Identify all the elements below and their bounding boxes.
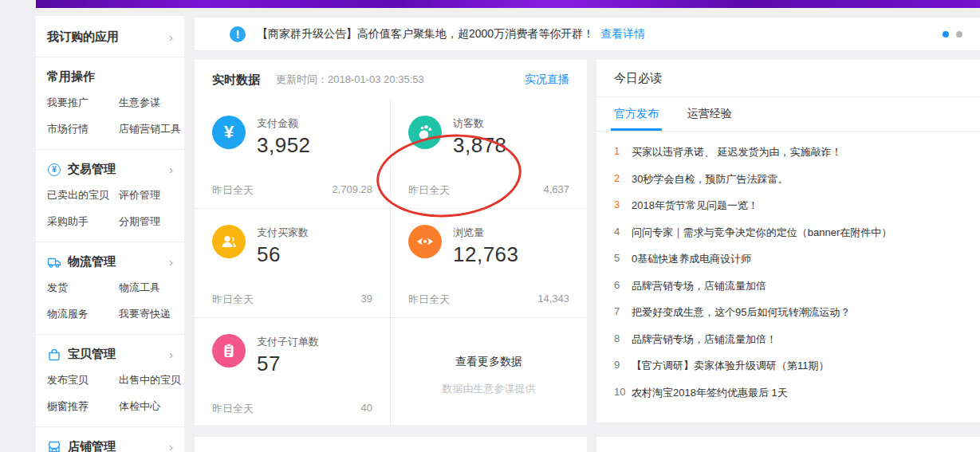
tab-official-release[interactable]: 官方发布 bbox=[614, 97, 659, 131]
sidebar-link-logistics-tools[interactable]: 物流工具 bbox=[119, 281, 173, 295]
list-item[interactable]: 50基础快速养成电商设计师 bbox=[614, 252, 962, 266]
sidebar-link-logistics-services[interactable]: 物流服务 bbox=[47, 307, 119, 321]
yesterday-label: 昨日全天 bbox=[408, 183, 450, 198]
list-item[interactable]: 10农村淘宝2018年签约优惠最后 1天 bbox=[614, 386, 962, 400]
sidebar-link-promote[interactable]: 我要推广 bbox=[47, 96, 119, 110]
chevron-right-icon: › bbox=[169, 31, 173, 43]
must-read-title: 今日必读 bbox=[596, 60, 980, 97]
more-data-cell: 查看更多数据 数据由生意参谋提供 bbox=[391, 318, 587, 426]
yesterday-label: 昨日全天 bbox=[212, 183, 254, 198]
order-icon bbox=[212, 334, 246, 367]
stat-card-payment-amount[interactable]: ¥ 支付金额 3,952 昨日全天 2,709.28 bbox=[195, 100, 391, 208]
shop-icon bbox=[47, 440, 61, 452]
sidebar-link-purchase-helper[interactable]: 采购助手 bbox=[47, 214, 119, 229]
tab-operating-experience[interactable]: 运营经验 bbox=[687, 97, 732, 131]
stat-card-visitors[interactable]: 访客数 3,878 昨日全天 4,637 bbox=[391, 100, 587, 208]
ordered-apps-label: 我订购的应用 bbox=[47, 29, 119, 45]
section-title: 交易管理 bbox=[68, 162, 169, 177]
stat-value: 3,952 bbox=[257, 133, 311, 158]
update-time: 更新时间：2018-01-03 20:35:53 bbox=[276, 73, 424, 87]
carousel-dot-inactive[interactable] bbox=[956, 31, 962, 37]
data-source-note: 数据由生意参谋提供 bbox=[443, 382, 536, 396]
list-item[interactable]: 4问问专家｜需求与竞争决定你的定位（banner在附件中） bbox=[614, 226, 962, 240]
list-item[interactable]: 32018年货节常见问题一览！ bbox=[614, 198, 962, 213]
sidebar-section-trade: ¥ 交易管理 › 已卖出的宝贝 评价管理 采购助手 分期管理 bbox=[36, 150, 184, 242]
section-title: 宝贝管理 bbox=[68, 347, 169, 362]
carousel-dot-active[interactable] bbox=[943, 31, 949, 37]
sidebar-link-sold-items[interactable]: 已卖出的宝贝 bbox=[47, 188, 119, 202]
sidebar-item-logistics[interactable]: 物流管理 › bbox=[47, 254, 173, 269]
bag-icon bbox=[47, 348, 61, 362]
yesterday-label: 昨日全天 bbox=[408, 293, 450, 307]
sidebar-section-common-ops: 常用操作 我要推广 生意参谋 市场行情 店铺营销工具 bbox=[36, 57, 184, 150]
stat-card-pageviews[interactable]: 浏览量 12,763 昨日全天 14,343 bbox=[391, 209, 587, 317]
stat-label: 支付金额 bbox=[257, 116, 311, 131]
carousel-dots bbox=[943, 31, 966, 37]
stat-value: 57 bbox=[257, 352, 319, 376]
sidebar-section-logistics: 物流管理 › 发货 物流工具 物流服务 我要寄快递 bbox=[36, 242, 184, 335]
sidebar-link-sycm[interactable]: 生意参谋 bbox=[119, 96, 181, 110]
bottom-right-panel bbox=[596, 437, 980, 452]
chevron-right-icon: › bbox=[169, 348, 173, 360]
yuan-circle-icon: ¥ bbox=[47, 163, 61, 177]
sidebar-link-market[interactable]: 市场行情 bbox=[47, 122, 119, 136]
chevron-right-icon: › bbox=[169, 163, 173, 175]
sidebar-link-health-center[interactable]: 体检中心 bbox=[119, 399, 181, 414]
list-item[interactable]: 9【官方调研】卖家体验升级调研（第11期） bbox=[614, 359, 962, 373]
announcement-details-link[interactable]: 查看详情 bbox=[600, 27, 645, 41]
sidebar-item-ordered-apps[interactable]: 我订购的应用 › bbox=[36, 16, 184, 57]
sidebar-link-marketing-tools[interactable]: 店铺营销工具 bbox=[119, 122, 181, 136]
top-banner-strip bbox=[36, 0, 980, 8]
sidebar-item-trade[interactable]: ¥ 交易管理 › bbox=[47, 162, 173, 177]
yesterday-label: 昨日全天 bbox=[212, 402, 254, 416]
stat-card-paying-buyers[interactable]: 支付买家数 56 昨日全天 39 bbox=[195, 209, 391, 317]
list-item[interactable]: 8品牌营销专场，店铺流量加倍！ bbox=[614, 332, 962, 347]
list-item[interactable]: 230秒学会自检，预防广告法踩雷。 bbox=[614, 172, 962, 187]
realtime-title: 实时数据 bbox=[212, 73, 260, 88]
info-icon: ! bbox=[230, 26, 246, 42]
stats-grid: ¥ 支付金额 3,952 昨日全天 2,709.28 bbox=[195, 100, 587, 426]
sidebar-link-reviews[interactable]: 评价管理 bbox=[119, 188, 173, 202]
sidebar-link-send-express[interactable]: 我要寄快递 bbox=[119, 307, 173, 321]
sidebar-link-window-recommend[interactable]: 橱窗推荐 bbox=[47, 399, 119, 414]
stat-card-sub-orders[interactable]: 支付子订单数 57 昨日全天 40 bbox=[195, 318, 391, 426]
yesterday-value: 4,637 bbox=[543, 183, 569, 198]
section-title: 常用操作 bbox=[47, 69, 173, 85]
stat-label: 浏览量 bbox=[453, 226, 519, 240]
sidebar-link-publish-item[interactable]: 发布宝贝 bbox=[47, 373, 119, 387]
sidebar-section-shop: 店铺管理 › 查看淘宝店铺 店铺装修 图片空间 手机淘宝店铺 bbox=[36, 427, 184, 452]
must-read-panel: 今日必读 官方发布 运营经验 1买家以违背承诺、 延迟发货为由，实施敲诈！ 23… bbox=[596, 60, 980, 423]
view-more-data-link[interactable]: 查看更多数据 bbox=[455, 355, 522, 369]
announcement-text: 【商家群升级公告】高价值客户聚集地，超2000万消费者等你开群！ bbox=[257, 27, 594, 41]
sidebar-link-ship[interactable]: 发货 bbox=[47, 281, 119, 295]
stat-label: 访客数 bbox=[453, 116, 507, 131]
stat-value: 12,763 bbox=[453, 242, 519, 267]
yesterday-value: 2,709.28 bbox=[332, 183, 372, 198]
stat-label: 支付买家数 bbox=[257, 226, 309, 240]
list-item[interactable]: 6品牌营销专场，店铺流量加倍 bbox=[614, 279, 962, 293]
list-item[interactable]: 1买家以违背承诺、 延迟发货为由，实施敲诈！ bbox=[614, 145, 962, 159]
chevron-right-icon: › bbox=[169, 441, 173, 452]
chevron-right-icon: › bbox=[169, 256, 173, 268]
stat-value: 3,878 bbox=[453, 133, 507, 158]
stat-label: 支付子订单数 bbox=[257, 335, 319, 349]
list-item[interactable]: 7把爱好变成生意，这个95后如何玩转潮流运动？ bbox=[614, 305, 962, 320]
live-broadcast-link[interactable]: 实况直播 bbox=[525, 73, 569, 87]
realtime-data-panel: 实时数据 更新时间：2018-01-03 20:35:53 实况直播 ¥ 支付金… bbox=[195, 60, 587, 425]
buyers-icon bbox=[212, 225, 246, 258]
stat-value: 56 bbox=[257, 242, 309, 267]
yesterday-value: 39 bbox=[361, 293, 372, 307]
announcement-bar: ! 【商家群升级公告】高价值客户聚集地，超2000万消费者等你开群！ 查看详情 bbox=[195, 18, 980, 50]
sidebar: 我订购的应用 › 常用操作 我要推广 生意参谋 市场行情 店铺营销工具 ¥ 交易… bbox=[36, 16, 184, 452]
truck-icon bbox=[47, 255, 61, 269]
sidebar-item-shop[interactable]: 店铺管理 › bbox=[47, 439, 173, 452]
sidebar-link-items-on-sale[interactable]: 出售中的宝贝 bbox=[119, 373, 181, 387]
sidebar-link-installments[interactable]: 分期管理 bbox=[119, 214, 173, 229]
sidebar-section-items: 宝贝管理 › 发布宝贝 出售中的宝贝 橱窗推荐 体检中心 bbox=[36, 335, 184, 427]
yesterday-value: 40 bbox=[361, 402, 372, 416]
footprint-icon bbox=[408, 116, 442, 149]
sidebar-item-items[interactable]: 宝贝管理 › bbox=[47, 347, 173, 362]
must-read-tabs: 官方发布 运营经验 bbox=[596, 97, 980, 132]
yesterday-label: 昨日全天 bbox=[212, 293, 254, 307]
yesterday-value: 14,343 bbox=[537, 293, 569, 307]
